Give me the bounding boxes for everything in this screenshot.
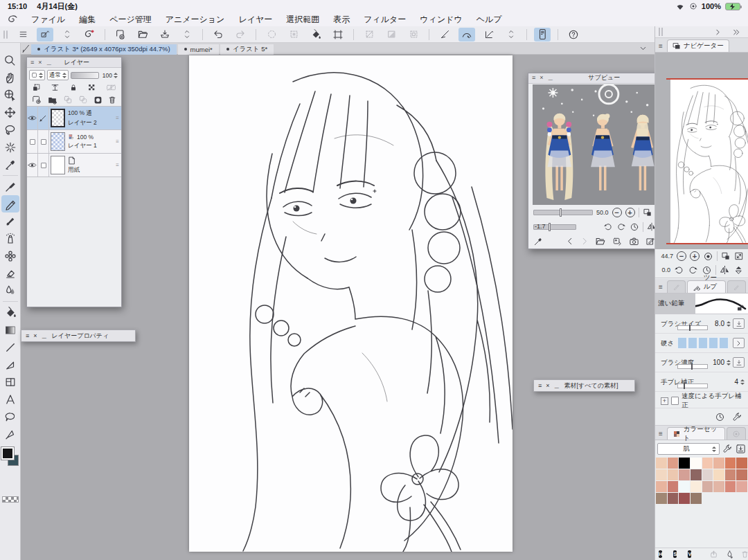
decoration-tool[interactable] (1, 247, 19, 264)
menu-window[interactable]: ウィンドウ (413, 14, 469, 26)
palette-close-icon[interactable]: × (546, 382, 549, 389)
color-swatch[interactable] (656, 493, 667, 504)
snap-expand-chevrons[interactable] (503, 28, 519, 42)
layer-property-bar[interactable]: ≡ × ＿ レイヤープロパティ (21, 329, 136, 342)
color-swatch[interactable] (736, 469, 747, 480)
palette-minimize-icon[interactable]: ＿ (42, 332, 48, 341)
layer-opacity-value[interactable]: 100 (101, 70, 119, 80)
color-set-select[interactable]: 肌 (657, 443, 720, 455)
lock-layer-icon[interactable] (69, 83, 78, 92)
color-swatch[interactable] (691, 493, 702, 504)
new-layer-button[interactable] (32, 95, 42, 105)
help-button[interactable] (565, 28, 582, 42)
wrench-settings-icon[interactable] (732, 412, 742, 422)
auto-select-tool[interactable] (1, 138, 19, 156)
hand-tool[interactable] (1, 69, 19, 87)
rotate-right-icon[interactable] (688, 265, 698, 275)
reset-rotation-icon[interactable] (630, 222, 639, 232)
color-swatch[interactable] (668, 469, 679, 480)
add-image-icon[interactable] (612, 237, 622, 246)
subview-reference-image[interactable] (533, 84, 670, 205)
color-swatch[interactable] (736, 481, 747, 492)
expand-option-button[interactable]: + (661, 397, 668, 405)
subview-header[interactable]: ≡ × ＿ サブビュー (528, 73, 675, 84)
canvas-page[interactable] (189, 55, 513, 552)
speed-stabilization-checkbox[interactable] (671, 397, 679, 405)
move-tool[interactable] (1, 104, 19, 121)
snap-curve-button[interactable] (458, 28, 475, 42)
undo-button[interactable] (210, 28, 226, 42)
comic-frame-tool[interactable] (1, 373, 19, 390)
blend-mode-combo[interactable]: 通常 (47, 70, 69, 80)
zoom-tool[interactable] (1, 52, 19, 69)
tab-tool-property[interactable]: ツールプロ (687, 280, 726, 293)
toolbar-expand-chevrons[interactable] (59, 28, 75, 42)
rotate-right-icon[interactable] (616, 222, 626, 231)
fit-to-screen-icon[interactable] (721, 251, 731, 261)
color-swatch[interactable] (668, 493, 679, 504)
subview-rotation-slider[interactable]: -1.7 (533, 224, 576, 230)
color-swatch[interactable] (725, 469, 736, 480)
navigator-preview[interactable] (655, 53, 748, 249)
text-tool[interactable] (1, 390, 19, 408)
menu-help[interactable]: ヘルプ (470, 14, 509, 26)
layer-name[interactable]: レイヤー 2 (68, 119, 114, 127)
figure-tool[interactable] (1, 338, 19, 356)
lasso-selection-tool[interactable] (1, 121, 19, 138)
airbrush-tool[interactable] (1, 230, 19, 247)
layer-visible-eye-icon[interactable] (27, 107, 38, 129)
color-swatch[interactable] (725, 458, 736, 469)
layer-edit-checkbox[interactable] (38, 154, 49, 177)
layer-thumbnail[interactable] (51, 156, 65, 174)
layer-edit-checkbox[interactable] (38, 130, 49, 153)
hardness-level-selector[interactable] (677, 337, 729, 349)
navigator-zoom-out-button[interactable]: − (677, 251, 686, 261)
camera-icon[interactable] (629, 237, 639, 246)
layer-thumbnail[interactable] (51, 109, 65, 127)
edge-keyboard-button[interactable] (534, 28, 551, 42)
palette-menu-icon[interactable]: ≡ (30, 60, 34, 66)
previous-image-icon[interactable] (566, 237, 574, 246)
layer-mask-button[interactable] (93, 96, 103, 105)
redo-button[interactable] (232, 28, 249, 42)
rotate-left-icon[interactable] (674, 265, 684, 275)
main-color-swatch[interactable] (1, 447, 14, 460)
balloon-tool[interactable] (1, 408, 19, 425)
menu-animation[interactable]: アニメーション (159, 14, 232, 26)
brush-size-slider[interactable] (677, 325, 708, 330)
color-swatch[interactable] (713, 458, 724, 469)
gesture-operation-button[interactable] (37, 28, 53, 42)
palette-minimize-icon[interactable]: ＿ (46, 60, 53, 66)
brush-size-value[interactable]: 8.0 (715, 320, 724, 327)
document-tab-illust5[interactable]: イラスト 5* (220, 44, 274, 55)
color-swatch[interactable] (656, 458, 667, 469)
palette-menu-icon[interactable]: ≡ (538, 382, 542, 389)
color-swatch[interactable] (679, 469, 690, 480)
clip-studio-logo-icon[interactable] (7, 15, 19, 25)
fill-button[interactable] (308, 28, 324, 42)
eyedropper-tool[interactable] (1, 156, 19, 173)
pen-tool[interactable] (1, 178, 19, 195)
document-tab-mumei[interactable]: mumei* (178, 44, 219, 55)
move-frame-button[interactable] (330, 28, 346, 42)
tab-color-circle[interactable] (727, 427, 746, 440)
subview-fit-icon[interactable] (643, 208, 652, 217)
hardness-expand-button[interactable] (733, 338, 745, 348)
layer-thumbnail[interactable] (51, 132, 65, 151)
color-swatch[interactable] (691, 458, 702, 469)
save-button[interactable] (157, 28, 173, 42)
hue-button[interactable]: H (659, 550, 662, 558)
stabilization-slider[interactable] (677, 383, 708, 388)
saturation-button[interactable]: S (673, 550, 677, 558)
palette-close-icon[interactable]: × (38, 60, 42, 66)
color-swatch[interactable] (725, 481, 736, 492)
color-swatch[interactable] (691, 481, 702, 492)
material-bar[interactable]: ≡ × ＿ 素材[すべての素材] (533, 379, 635, 392)
navigator-zoom-in-button[interactable]: + (690, 251, 700, 261)
panel-menu-icon[interactable]: ≡ (659, 283, 663, 291)
snap-ruler-button[interactable] (436, 28, 453, 42)
color-swatch[interactable] (702, 481, 713, 492)
menu-filter[interactable]: フィルター (357, 14, 413, 26)
layer-handle-icon[interactable]: ≡ (114, 130, 121, 153)
add-color-button[interactable] (725, 550, 734, 559)
